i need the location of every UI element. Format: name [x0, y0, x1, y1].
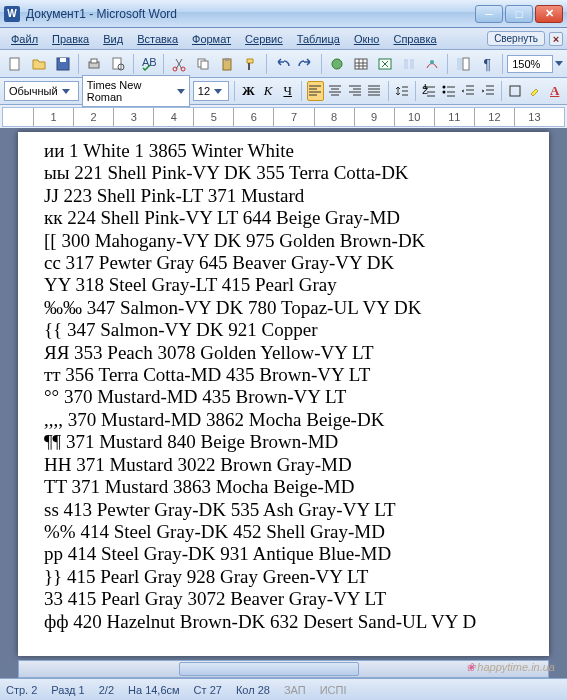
- svg-point-14: [332, 59, 342, 69]
- docmap-icon[interactable]: [452, 53, 474, 75]
- cut-icon[interactable]: [168, 53, 190, 75]
- border-button[interactable]: [507, 81, 524, 101]
- text-line[interactable]: JJ 223 Shell Pink-LT 371 Mustard: [44, 185, 523, 207]
- format-painter-icon[interactable]: [240, 53, 262, 75]
- size-value: 12: [198, 85, 210, 97]
- svg-rect-5: [113, 58, 121, 69]
- font-color-button[interactable]: А: [546, 81, 563, 101]
- italic-button[interactable]: К: [260, 81, 277, 101]
- watermark: ❀happytime.in.ua: [466, 659, 555, 674]
- print-icon[interactable]: [83, 53, 105, 75]
- status-track: ИСПІ: [320, 684, 347, 696]
- text-line[interactable]: ии 1 White 1 3865 Winter White: [44, 140, 523, 162]
- align-justify-button[interactable]: [366, 81, 383, 101]
- text-line[interactable]: ¶¶ 371 Mustard 840 Beige Brown-MD: [44, 431, 523, 453]
- text-line[interactable]: TT 371 Mustard 3863 Mocha Beige-MD: [44, 476, 523, 498]
- menu-window[interactable]: Окно: [347, 30, 387, 48]
- undo-icon[interactable]: [271, 53, 293, 75]
- underline-button[interactable]: Ч: [279, 81, 296, 101]
- align-left-button[interactable]: [307, 81, 324, 101]
- indent-button[interactable]: [480, 81, 497, 101]
- line-spacing-button[interactable]: [393, 81, 410, 101]
- excel-icon[interactable]: [374, 53, 396, 75]
- numbered-list-button[interactable]: 12: [421, 81, 438, 101]
- text-line[interactable]: %% 414 Steel Gray-DK 452 Shell Gray-MD: [44, 521, 523, 543]
- scroll-thumb[interactable]: [179, 662, 359, 676]
- status-bar: Стр. 2 Разд 1 2/2 На 14,6см Ст 27 Кол 28…: [0, 678, 567, 700]
- pilcrow-icon[interactable]: ¶: [476, 53, 498, 75]
- open-icon[interactable]: [28, 53, 50, 75]
- text-line[interactable]: ыы 221 Shell Pink-VY DK 355 Terra Cotta-…: [44, 162, 523, 184]
- status-page: Стр. 2: [6, 684, 37, 696]
- svg-point-25: [442, 91, 445, 94]
- copy-icon[interactable]: [192, 53, 214, 75]
- table-icon[interactable]: [350, 53, 372, 75]
- document-area: ии 1 White 1 3865 Winter Whiteыы 221 She…: [0, 128, 567, 678]
- menu-tools[interactable]: Сервис: [238, 30, 290, 48]
- text-line[interactable]: HH 371 Mustard 3022 Brown Gray-MD: [44, 454, 523, 476]
- text-line[interactable]: ,,,, 370 Mustard-MD 3862 Mocha Beige-DK: [44, 409, 523, 431]
- bold-button[interactable]: Ж: [240, 81, 257, 101]
- svg-rect-0: [10, 58, 19, 70]
- menu-edit[interactable]: Правка: [45, 30, 96, 48]
- style-value: Обычный: [9, 85, 58, 97]
- page[interactable]: ии 1 White 1 3865 Winter Whiteыы 221 She…: [18, 132, 549, 656]
- horizontal-ruler[interactable]: 12345678910111213: [2, 107, 565, 127]
- drawing-icon[interactable]: [422, 53, 444, 75]
- new-doc-icon[interactable]: [4, 53, 26, 75]
- columns-icon[interactable]: [398, 53, 420, 75]
- text-line[interactable]: ЯЯ 353 Peach 3078 Golden Yellow-VY LT: [44, 342, 523, 364]
- status-line: Ст 27: [194, 684, 222, 696]
- bullet-list-button[interactable]: [441, 81, 458, 101]
- font-combo[interactable]: Times New Roman: [82, 75, 190, 107]
- menu-format[interactable]: Формат: [185, 30, 238, 48]
- paste-icon[interactable]: [216, 53, 238, 75]
- text-line[interactable]: ‰‰ 347 Salmon-VY DK 780 Topaz-UL VY DK: [44, 297, 523, 319]
- formatting-toolbar: Обычный Times New Roman 12 Ж К Ч 12 А: [0, 78, 567, 105]
- minimize-button[interactable]: ─: [475, 5, 503, 23]
- menu-insert[interactable]: Вставка: [130, 30, 185, 48]
- align-right-button[interactable]: [346, 81, 363, 101]
- zoom-dropdown-icon[interactable]: [555, 61, 563, 66]
- maximize-button[interactable]: □: [505, 5, 533, 23]
- svg-rect-15: [355, 59, 367, 69]
- text-line[interactable]: фф 420 Hazelnut Brown-DK 632 Desert Sand…: [44, 611, 523, 633]
- zoom-combo[interactable]: 150%: [507, 55, 553, 73]
- status-rec: ЗАП: [284, 684, 306, 696]
- doc-close-button[interactable]: ×: [549, 32, 563, 46]
- text-line[interactable]: {{ 347 Salmon-VY DK 921 Copper: [44, 319, 523, 341]
- svg-point-19: [430, 60, 434, 64]
- align-center-button[interactable]: [327, 81, 344, 101]
- spell-icon[interactable]: ABC: [138, 53, 160, 75]
- text-line[interactable]: YY 318 Steel Gray-LT 415 Pearl Gray: [44, 274, 523, 296]
- link-icon[interactable]: [326, 53, 348, 75]
- menu-help[interactable]: Справка: [386, 30, 443, 48]
- svg-rect-18: [410, 59, 414, 69]
- menu-file[interactable]: Файл: [4, 30, 45, 48]
- style-combo[interactable]: Обычный: [4, 81, 79, 101]
- status-at: На 14,6см: [128, 684, 180, 696]
- redo-icon[interactable]: [295, 53, 317, 75]
- svg-rect-11: [201, 61, 208, 69]
- text-line[interactable]: pp 414 Steel Gray-DK 931 Antique Blue-MD: [44, 543, 523, 565]
- text-line[interactable]: ss 413 Pewter Gray-DK 535 Ash Gray-VY LT: [44, 499, 523, 521]
- text-line[interactable]: тт 356 Terra Cotta-MD 435 Brown-VY LT: [44, 364, 523, 386]
- save-icon[interactable]: [52, 53, 74, 75]
- collapse-button[interactable]: Свернуть: [487, 31, 545, 46]
- text-line[interactable]: кк 224 Shell Pink-VY LT 644 Beige Gray-M…: [44, 207, 523, 229]
- font-value: Times New Roman: [87, 79, 173, 103]
- svg-rect-21: [463, 58, 469, 70]
- menu-table[interactable]: Таблица: [290, 30, 347, 48]
- menu-view[interactable]: Вид: [96, 30, 130, 48]
- size-combo[interactable]: 12: [193, 81, 230, 101]
- text-line[interactable]: }} 415 Pearl Gray 928 Gray Green-VY LT: [44, 566, 523, 588]
- preview-icon[interactable]: [107, 53, 129, 75]
- close-button[interactable]: ✕: [535, 5, 563, 23]
- text-line[interactable]: [[ 300 Mahogany-VY DK 975 Golden Brown-D…: [44, 230, 523, 252]
- outdent-button[interactable]: [460, 81, 477, 101]
- text-line[interactable]: °° 370 Mustard-MD 435 Brown-VY LT: [44, 386, 523, 408]
- text-line[interactable]: cc 317 Pewter Gray 645 Beaver Gray-VY DK: [44, 252, 523, 274]
- svg-rect-13: [225, 58, 229, 61]
- text-line[interactable]: 33 415 Pearl Gray 3072 Beaver Gray-VY LT: [44, 588, 523, 610]
- highlight-button[interactable]: [527, 81, 544, 101]
